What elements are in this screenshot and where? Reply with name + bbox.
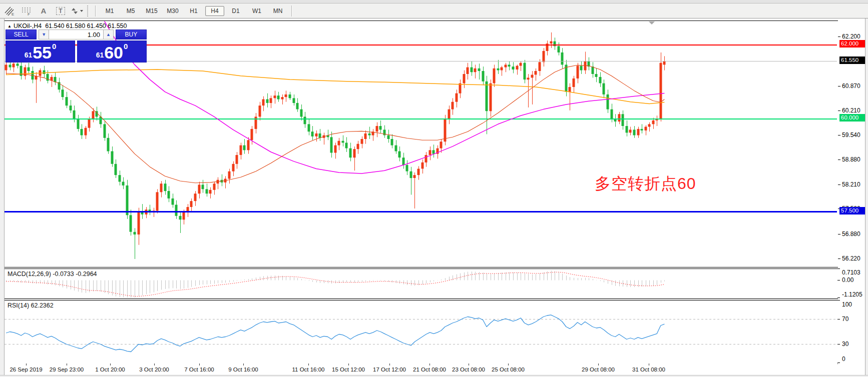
y-tick-label: 56.880 — [842, 230, 860, 238]
time-tick-label: 29 Sep 23:00 — [50, 366, 84, 372]
y-tick-mark — [838, 110, 840, 111]
window-top-strip — [0, 0, 868, 4]
rsi-label: RSI(14) 62.2362 — [8, 302, 54, 309]
level-price-badge: 57.500 — [839, 207, 866, 214]
timeframe-button-d1[interactable]: D1 — [226, 6, 245, 16]
sell-button[interactable]: SELL — [6, 30, 37, 40]
timeframe-button-h1[interactable]: H1 — [184, 6, 203, 16]
y-tick-label: 60.210 — [842, 107, 860, 114]
time-tick-label: 7 Oct 16:00 — [184, 366, 214, 372]
time-tick-mark — [469, 364, 469, 366]
volume-increase-button[interactable]: ▲ — [103, 30, 114, 40]
rsi-layer — [5, 300, 837, 362]
timeframe-button-m15[interactable]: M15 — [142, 6, 161, 16]
rsi-tick-label: 30 — [842, 340, 848, 348]
timeframe-button-m30[interactable]: M30 — [163, 6, 182, 16]
sell-price-sup: 0 — [52, 42, 56, 50]
rsi-tick-mark — [837, 344, 840, 344]
sort-order-icon[interactable] — [70, 5, 85, 17]
time-axis[interactable]: 26 Sep 2019 29 Sep 23:00 1 Oct 20:00 3 O… — [4, 364, 837, 375]
time-tick-label: 31 Oct 08:00 — [632, 366, 665, 372]
timeframe-buttons: M1M5M15M30H1H4D1W1MN — [99, 6, 288, 16]
window-bottom-border — [0, 375, 868, 377]
timeframe-button-mn[interactable]: MN — [268, 6, 287, 16]
time-tick-label: 25 Oct 08:00 — [492, 366, 525, 372]
rsi-tick-mark — [837, 362, 840, 363]
time-tick-mark — [598, 364, 599, 366]
y-tick-mark — [838, 135, 840, 136]
time-tick-mark — [199, 364, 200, 366]
toolbar-grip[interactable] — [87, 6, 90, 16]
time-tick-mark — [389, 364, 390, 366]
volume-decrease-button[interactable]: ▼ — [39, 30, 49, 40]
symbol-label: UKOil-,H4 — [14, 22, 42, 30]
macd-label: MACD(12,26,9) -0.0733 -0.2964 — [8, 270, 97, 278]
time-tick-label: 15 Oct 12:00 — [332, 366, 365, 372]
chart-annotation-text: 多空转折点60 — [595, 173, 696, 195]
buy-price-prefix: 61 — [96, 51, 104, 59]
price-chart-plot[interactable]: ▲UKOil-,H4 61.540 61.580 61.450 61.550 多… — [4, 20, 838, 268]
rsi-tick-label: 70 — [842, 316, 848, 322]
text-label-icon[interactable]: A — [36, 5, 51, 17]
timeframe-button-h4[interactable]: H4 — [205, 6, 224, 16]
time-tick-mark — [308, 364, 309, 366]
timeframe-button-m1[interactable]: M1 — [100, 6, 119, 16]
time-tick-mark — [154, 364, 155, 366]
macd-tick-label: 0.7103 — [842, 269, 860, 276]
macd-panel[interactable]: MACD(12,26,9) -0.0733 -0.2964 — [4, 268, 838, 299]
time-tick-label: 9 Oct 16:00 — [228, 366, 258, 372]
svg-text:E: E — [12, 12, 14, 16]
macd-tick-mark — [837, 298, 840, 298]
level-price-badge: 60.000 — [839, 114, 866, 122]
timeframe-button-m5[interactable]: M5 — [121, 6, 140, 16]
y-tick-label: 62.200 — [842, 33, 860, 40]
indicators-icon[interactable]: E — [2, 5, 17, 17]
toolbar-separator-end — [291, 6, 292, 16]
volume-input[interactable] — [49, 30, 103, 40]
current-price-badge: 61.550 — [839, 56, 866, 64]
window-right-border — [865, 18, 868, 377]
y-tick-mark — [838, 86, 840, 86]
trading-platform-window: E F A T M1M5M15M30H1H4D1W1MN ▲UKOil-,H4 … — [0, 0, 868, 377]
y-tick-mark — [838, 234, 840, 234]
time-tick-label: 29 Oct 08:00 — [582, 366, 615, 372]
toolbar-separator — [95, 6, 96, 16]
grid-icon[interactable]: F — [19, 5, 34, 17]
time-tick-mark — [243, 364, 244, 366]
y-tick-label: 56.220 — [842, 255, 860, 262]
time-tick-label: 11 Oct 16:00 — [292, 366, 325, 372]
time-tick-label: 17 Oct 12:00 — [373, 366, 406, 372]
y-tick-mark — [838, 184, 840, 185]
rsi-tick-mark — [837, 319, 840, 320]
buy-price-sup: 0 — [124, 42, 128, 50]
svg-text:F: F — [28, 12, 30, 16]
collapse-triangle-icon[interactable]: ▲ — [8, 24, 12, 28]
buy-button[interactable]: BUY — [116, 30, 147, 40]
macd-tick-mark — [837, 268, 840, 269]
time-tick-mark — [26, 364, 27, 366]
ohlc-values: 61.540 61.580 61.450 61.550 — [45, 22, 127, 30]
macd-tick-mark — [837, 280, 840, 280]
time-tick-mark — [110, 364, 111, 366]
timeframe-button-w1[interactable]: W1 — [247, 6, 266, 16]
time-tick-label: 21 Oct 08:00 — [413, 366, 446, 372]
text-box-icon[interactable]: T — [53, 5, 68, 17]
sell-price-display[interactable]: 61 55 0 — [6, 40, 75, 62]
time-tick-label: 23 Oct 08:00 — [452, 366, 485, 372]
sell-price-big: 55 — [33, 45, 52, 60]
time-tick-label: 26 Sep 2019 — [10, 366, 42, 372]
macd-tick-label: -1.1205 — [842, 291, 862, 298]
macd-layer — [5, 269, 837, 298]
buy-price-display[interactable]: 61 60 0 — [77, 40, 147, 62]
rsi-tick-label: 100 — [842, 301, 852, 308]
time-tick-mark — [67, 364, 67, 366]
rsi-tick-mark — [837, 300, 840, 300]
chart-shift-marker-icon[interactable] — [649, 22, 655, 24]
sell-price-prefix: 61 — [25, 51, 33, 59]
y-tick-label: 58.880 — [842, 156, 860, 163]
time-tick-mark — [508, 364, 509, 366]
y-tick-mark — [838, 36, 840, 37]
rsi-panel[interactable]: RSI(14) 62.2362 — [4, 300, 838, 364]
y-tick-label: 60.870 — [842, 82, 860, 90]
y-tick-label: 59.540 — [842, 132, 860, 138]
